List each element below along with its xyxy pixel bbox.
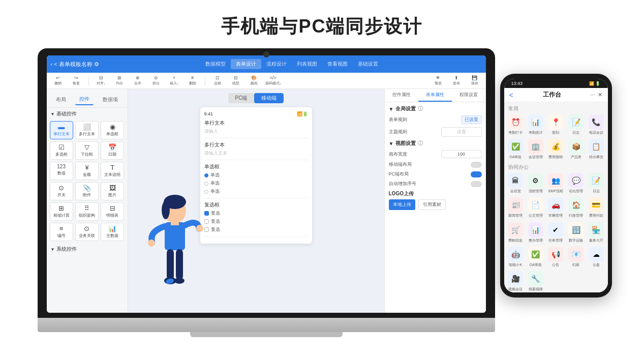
toolbar-publish[interactable]: ⬆发布 xyxy=(449,75,464,86)
app-item[interactable]: ⚙ 流程管理 xyxy=(527,173,544,193)
toolbar-source[interactable]: </>源码模式↓ xyxy=(265,75,282,86)
control-calc[interactable]: ⊞ 前端计算 xyxy=(50,202,73,221)
radio-item-2[interactable]: 单选 xyxy=(204,180,308,187)
app-item[interactable]: 🎥 视频会议 xyxy=(507,271,525,291)
radio-item-3[interactable]: 单选 xyxy=(204,188,308,195)
control-switch[interactable]: ⊙ 开关 xyxy=(50,182,73,200)
right-tab-permission[interactable]: 权限设置 xyxy=(452,89,485,102)
control-attachment[interactable]: 📎 附件 xyxy=(75,182,99,200)
toolbar-border[interactable]: ⊡边框 xyxy=(210,75,225,86)
app-item[interactable]: 🤖 智能小K xyxy=(507,247,525,267)
control-checkbox[interactable]: ☑ 多选框 xyxy=(50,141,73,160)
tab-list-view[interactable]: 列表视图 xyxy=(292,59,322,69)
app-item[interactable]: 💰 费用报销 xyxy=(547,139,565,159)
control-org[interactable]: ⠿ 组织架构 xyxy=(75,202,99,221)
app-icon: 🚗 xyxy=(548,197,563,213)
control-related[interactable]: ⊙ 业务关联 xyxy=(75,223,99,241)
app-item[interactable]: 📦 产品库 xyxy=(567,139,585,159)
auto-number-toggle[interactable] xyxy=(471,181,482,187)
right-tab-form[interactable]: 表单属性 xyxy=(418,89,452,102)
toolbar-color[interactable]: 🎨颜色 xyxy=(247,75,261,86)
app-item[interactable]: 🏢 会议管理 xyxy=(527,139,544,159)
control-detail[interactable]: ⊟ 明细表 xyxy=(101,202,124,221)
control-barcode[interactable]: ≡ 编号 xyxy=(50,223,73,241)
app-item[interactable]: 📊 考勤统计 xyxy=(527,114,544,135)
app-item[interactable]: 📝 日志 xyxy=(567,114,585,135)
tab-form-design[interactable]: 表单设计 xyxy=(231,59,261,69)
mobile-toggle-btn[interactable]: 移动端 xyxy=(254,93,284,103)
mobile-layout-toggle[interactable] xyxy=(471,162,482,168)
toolbar-delete[interactable]: ✕删除 xyxy=(186,75,200,86)
right-tab-control[interactable]: 控件属性 xyxy=(385,89,418,102)
app-item[interactable]: 🏪 服务大厅 xyxy=(588,222,605,243)
app-item[interactable]: 📝 日志 xyxy=(588,173,605,193)
sidebar-tab-data[interactable]: 数据项 xyxy=(99,95,122,105)
control-money[interactable]: ¥ 金额 xyxy=(75,162,99,180)
checkbox-item-1[interactable]: 复选 xyxy=(204,210,308,217)
btn-material[interactable]: 引用素材 xyxy=(418,199,446,210)
checkbox-item-2[interactable]: 复选 xyxy=(204,218,308,225)
app-item[interactable]: 📍 签到 xyxy=(547,114,565,135)
expand-arrow2: ▼ xyxy=(51,247,55,252)
tab-view[interactable]: 查看视图 xyxy=(322,59,353,69)
phone-back[interactable]: < xyxy=(509,91,513,99)
toolbar-insert[interactable]: +插入↓ xyxy=(167,75,181,86)
app-item[interactable]: 💳 费用付款 xyxy=(588,197,605,218)
toolbar-linetype[interactable]: ⊟线型 xyxy=(229,75,243,86)
app-item[interactable]: ✔ 任务管理 xyxy=(547,222,565,243)
toolbar-split[interactable]: ⊘拆分 xyxy=(149,75,163,86)
app-item[interactable]: 🚗 车辆管理 xyxy=(547,197,565,218)
app-item[interactable]: 📊 整办管理 xyxy=(527,222,544,243)
toolbar-save[interactable]: 💾保存 xyxy=(468,75,482,86)
app-item[interactable]: 🏠 行政管理 xyxy=(567,197,585,218)
radio-item-1[interactable]: 单选 xyxy=(204,172,308,178)
toolbar-undo[interactable]: ↩撤销 xyxy=(51,75,65,86)
phone-more-icon[interactable]: ··· xyxy=(590,92,595,98)
nav-back[interactable]: ‹ < 表单模板名称 ⚙ xyxy=(51,61,99,68)
pc-toggle-btn[interactable]: PC端 xyxy=(228,93,255,103)
form-rule-value[interactable]: 已设置 xyxy=(461,115,482,124)
tab-data-model[interactable]: 数据模型 xyxy=(200,59,231,69)
checkbox-item-3[interactable]: 复选 xyxy=(204,226,308,233)
toolbar-equal[interactable]: ⊞均分 xyxy=(112,75,127,86)
control-image[interactable]: 🖼 图片 xyxy=(101,182,124,200)
app-item[interactable]: 📋 待办事宜 xyxy=(588,139,605,159)
app-item[interactable]: ✅ OA审批 xyxy=(507,139,525,159)
phone-close-icon[interactable]: ✕ xyxy=(598,92,602,98)
btn-local-upload[interactable]: 本地上传 xyxy=(389,199,415,210)
control-description[interactable]: T 文本说明 xyxy=(101,162,124,180)
app-item[interactable]: 📢 公告 xyxy=(547,247,565,267)
sidebar-tab-controls[interactable]: 控件 xyxy=(75,94,94,105)
pc-layout-toggle[interactable] xyxy=(471,171,482,177)
tab-flow-design[interactable]: 流程设计 xyxy=(261,59,292,69)
app-item[interactable]: 👥 EMP流程 xyxy=(547,173,565,193)
toolbar-merge[interactable]: ⊕合并 xyxy=(131,75,145,86)
app-item[interactable]: ✅ OA审批 xyxy=(527,247,544,267)
control-number[interactable]: 123 数值 xyxy=(50,162,73,180)
app-item[interactable]: 🔢 数字运输 xyxy=(567,222,585,243)
app-label: 待办事宜 xyxy=(589,155,603,159)
app-item[interactable]: 🏛 会议室 xyxy=(507,173,525,193)
theme-rule-input[interactable]: 设置 xyxy=(441,127,482,137)
canvas-width-input[interactable]: 100 xyxy=(441,150,482,158)
toolbar-redo[interactable]: ↪恢复 xyxy=(69,75,83,86)
app-item[interactable]: ⏰ 考勤打卡 xyxy=(507,114,525,135)
control-single-text[interactable]: ▬ 单行文本 xyxy=(50,121,73,139)
app-item[interactable]: 📄 公文管理 xyxy=(527,197,544,218)
control-multi-text[interactable]: ⬜ 多行文本 xyxy=(75,121,99,139)
app-item[interactable]: 📰 新闻管理 xyxy=(507,197,525,218)
control-radio[interactable]: ◉ 单选框 xyxy=(101,121,124,139)
app-item[interactable]: 🔧 我要报障 xyxy=(527,271,544,291)
tab-settings[interactable]: 基础设置 xyxy=(353,59,383,69)
app-item[interactable]: 🛒 费购信息 xyxy=(507,222,525,243)
sidebar-tab-layout[interactable]: 布局 xyxy=(52,95,70,105)
control-masterdata[interactable]: 📊 主数据 xyxy=(101,223,124,241)
control-date[interactable]: 📅 日期 xyxy=(101,141,124,160)
app-item[interactable]: 📧 钉邮 xyxy=(567,247,585,267)
toolbar-align[interactable]: ⊟对齐↓ xyxy=(94,75,108,86)
app-item[interactable]: 📞 电话会议 xyxy=(588,114,605,135)
app-item[interactable]: 💬 论坛管理 xyxy=(567,173,585,193)
control-dropdown[interactable]: ▽ 下拉框 xyxy=(75,141,99,160)
app-item[interactable]: ☁ 云盘 xyxy=(588,247,605,267)
toolbar-preview[interactable]: 👁预览 xyxy=(431,75,445,86)
